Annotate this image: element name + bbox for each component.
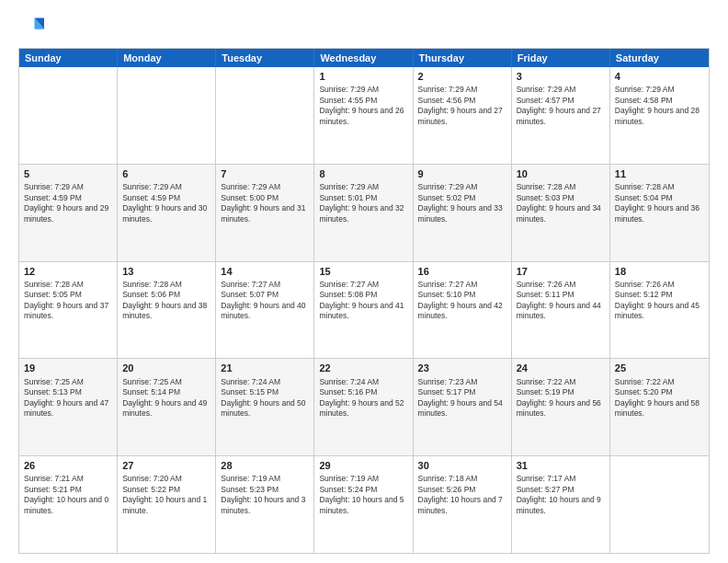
- cell-info: Sunrise: 7:29 AM Sunset: 5:02 PM Dayligh…: [418, 182, 506, 224]
- cell-info: Sunrise: 7:29 AM Sunset: 4:59 PM Dayligh…: [24, 182, 112, 224]
- day-number: 14: [221, 265, 309, 278]
- calendar-cell: 16Sunrise: 7:27 AM Sunset: 5:10 PM Dayli…: [414, 262, 512, 359]
- calendar-cell: 15Sunrise: 7:27 AM Sunset: 5:08 PM Dayli…: [314, 262, 413, 359]
- cell-info: Sunrise: 7:24 AM Sunset: 5:15 PM Dayligh…: [221, 377, 309, 419]
- logo: [18, 15, 48, 40]
- header-day-tuesday: Tuesday: [216, 49, 314, 67]
- header-day-wednesday: Wednesday: [314, 49, 413, 67]
- day-number: 1: [319, 70, 407, 83]
- cell-info: Sunrise: 7:27 AM Sunset: 5:08 PM Dayligh…: [319, 280, 407, 322]
- calendar-cell: 19Sunrise: 7:25 AM Sunset: 5:13 PM Dayli…: [19, 359, 118, 455]
- day-number: 27: [122, 459, 210, 472]
- cell-info: Sunrise: 7:22 AM Sunset: 5:19 PM Dayligh…: [517, 377, 605, 419]
- cell-info: Sunrise: 7:23 AM Sunset: 5:17 PM Dayligh…: [418, 377, 506, 419]
- calendar-cell: 3Sunrise: 7:29 AM Sunset: 4:57 PM Daylig…: [512, 67, 610, 164]
- day-number: 22: [319, 362, 407, 374]
- calendar-row-1: 5Sunrise: 7:29 AM Sunset: 4:59 PM Daylig…: [19, 164, 709, 261]
- calendar-cell: 4Sunrise: 7:29 AM Sunset: 4:58 PM Daylig…: [610, 67, 709, 164]
- day-number: 15: [319, 265, 407, 278]
- calendar-row-2: 12Sunrise: 7:28 AM Sunset: 5:05 PM Dayli…: [19, 261, 709, 359]
- calendar-cell: 5Sunrise: 7:29 AM Sunset: 4:59 PM Daylig…: [19, 165, 118, 261]
- calendar-cell: 2Sunrise: 7:29 AM Sunset: 4:56 PM Daylig…: [414, 67, 512, 164]
- day-number: 24: [517, 362, 605, 374]
- cell-info: Sunrise: 7:29 AM Sunset: 4:55 PM Dayligh…: [319, 85, 407, 127]
- cell-info: Sunrise: 7:25 AM Sunset: 5:14 PM Dayligh…: [122, 377, 210, 419]
- calendar-cell: 10Sunrise: 7:28 AM Sunset: 5:03 PM Dayli…: [512, 165, 610, 261]
- header: [18, 15, 710, 40]
- day-number: 10: [517, 167, 605, 180]
- calendar-cell: 23Sunrise: 7:23 AM Sunset: 5:17 PM Dayli…: [414, 359, 512, 455]
- cell-info: Sunrise: 7:19 AM Sunset: 5:24 PM Dayligh…: [319, 474, 407, 516]
- day-number: 18: [615, 265, 704, 278]
- calendar-cell: 30Sunrise: 7:18 AM Sunset: 5:26 PM Dayli…: [414, 456, 512, 553]
- day-number: 30: [418, 459, 506, 472]
- calendar-cell: 17Sunrise: 7:26 AM Sunset: 5:11 PM Dayli…: [512, 262, 610, 359]
- cell-info: Sunrise: 7:28 AM Sunset: 5:05 PM Dayligh…: [24, 280, 112, 322]
- cell-info: Sunrise: 7:29 AM Sunset: 4:57 PM Dayligh…: [517, 85, 605, 127]
- cell-info: Sunrise: 7:28 AM Sunset: 5:06 PM Dayligh…: [122, 280, 210, 322]
- calendar-cell: 13Sunrise: 7:28 AM Sunset: 5:06 PM Dayli…: [118, 262, 216, 359]
- calendar-cell: 11Sunrise: 7:28 AM Sunset: 5:04 PM Dayli…: [610, 165, 709, 261]
- header-day-sunday: Sunday: [19, 49, 118, 67]
- calendar-cell: 7Sunrise: 7:29 AM Sunset: 5:00 PM Daylig…: [216, 165, 314, 261]
- calendar: SundayMondayTuesdayWednesdayThursdayFrid…: [18, 48, 710, 554]
- cell-info: Sunrise: 7:20 AM Sunset: 5:22 PM Dayligh…: [122, 474, 210, 516]
- calendar-cell: 6Sunrise: 7:29 AM Sunset: 4:59 PM Daylig…: [118, 165, 216, 261]
- day-number: 23: [418, 362, 506, 374]
- cell-info: Sunrise: 7:29 AM Sunset: 5:00 PM Dayligh…: [221, 182, 309, 224]
- calendar-header: SundayMondayTuesdayWednesdayThursdayFrid…: [19, 49, 709, 67]
- cell-info: Sunrise: 7:19 AM Sunset: 5:23 PM Dayligh…: [221, 474, 309, 516]
- calendar-cell: 1Sunrise: 7:29 AM Sunset: 4:55 PM Daylig…: [314, 67, 413, 164]
- cell-info: Sunrise: 7:25 AM Sunset: 5:13 PM Dayligh…: [24, 377, 112, 419]
- calendar-row-3: 19Sunrise: 7:25 AM Sunset: 5:13 PM Dayli…: [19, 358, 709, 455]
- cell-info: Sunrise: 7:21 AM Sunset: 5:21 PM Dayligh…: [24, 474, 112, 516]
- day-number: 19: [24, 362, 112, 374]
- calendar-cell: 14Sunrise: 7:27 AM Sunset: 5:07 PM Dayli…: [216, 262, 314, 359]
- calendar-cell: 31Sunrise: 7:17 AM Sunset: 5:27 PM Dayli…: [512, 456, 610, 553]
- day-number: 26: [24, 459, 112, 472]
- calendar-cell: 25Sunrise: 7:22 AM Sunset: 5:20 PM Dayli…: [610, 359, 709, 455]
- day-number: 28: [221, 459, 309, 472]
- day-number: 16: [418, 265, 506, 278]
- day-number: 4: [615, 70, 704, 83]
- cell-info: Sunrise: 7:28 AM Sunset: 5:04 PM Dayligh…: [615, 182, 704, 224]
- calendar-cell: 8Sunrise: 7:29 AM Sunset: 5:01 PM Daylig…: [314, 165, 413, 261]
- day-number: 31: [517, 459, 605, 472]
- cell-info: Sunrise: 7:26 AM Sunset: 5:12 PM Dayligh…: [615, 280, 704, 322]
- cell-info: Sunrise: 7:28 AM Sunset: 5:03 PM Dayligh…: [517, 182, 605, 224]
- cell-info: Sunrise: 7:18 AM Sunset: 5:26 PM Dayligh…: [418, 474, 506, 516]
- day-number: 29: [319, 459, 407, 472]
- calendar-cell: 21Sunrise: 7:24 AM Sunset: 5:15 PM Dayli…: [216, 359, 314, 455]
- cell-info: Sunrise: 7:24 AM Sunset: 5:16 PM Dayligh…: [319, 377, 407, 419]
- calendar-cell: 26Sunrise: 7:21 AM Sunset: 5:21 PM Dayli…: [19, 456, 118, 553]
- calendar-cell: [216, 67, 314, 164]
- calendar-cell: [118, 67, 216, 164]
- calendar-body: 1Sunrise: 7:29 AM Sunset: 4:55 PM Daylig…: [19, 67, 709, 553]
- calendar-row-0: 1Sunrise: 7:29 AM Sunset: 4:55 PM Daylig…: [19, 67, 709, 164]
- day-number: 20: [122, 362, 210, 374]
- calendar-cell: [610, 456, 709, 553]
- calendar-cell: 22Sunrise: 7:24 AM Sunset: 5:16 PM Dayli…: [314, 359, 413, 455]
- day-number: 17: [517, 265, 605, 278]
- day-number: 11: [615, 167, 704, 180]
- calendar-cell: 18Sunrise: 7:26 AM Sunset: 5:12 PM Dayli…: [610, 262, 709, 359]
- day-number: 25: [615, 362, 704, 374]
- calendar-cell: 24Sunrise: 7:22 AM Sunset: 5:19 PM Dayli…: [512, 359, 610, 455]
- calendar-row-4: 26Sunrise: 7:21 AM Sunset: 5:21 PM Dayli…: [19, 455, 709, 553]
- day-number: 9: [418, 167, 506, 180]
- header-day-monday: Monday: [118, 49, 216, 67]
- logo-icon: [18, 15, 44, 40]
- day-number: 12: [24, 265, 112, 278]
- cell-info: Sunrise: 7:22 AM Sunset: 5:20 PM Dayligh…: [615, 377, 704, 419]
- header-day-friday: Friday: [512, 49, 610, 67]
- day-number: 7: [221, 167, 309, 180]
- header-day-saturday: Saturday: [610, 49, 709, 67]
- calendar-cell: [19, 67, 118, 164]
- calendar-cell: 28Sunrise: 7:19 AM Sunset: 5:23 PM Dayli…: [216, 456, 314, 553]
- day-number: 5: [24, 167, 112, 180]
- day-number: 13: [122, 265, 210, 278]
- day-number: 21: [221, 362, 309, 374]
- cell-info: Sunrise: 7:27 AM Sunset: 5:10 PM Dayligh…: [418, 280, 506, 322]
- day-number: 2: [418, 70, 506, 83]
- day-number: 3: [517, 70, 605, 83]
